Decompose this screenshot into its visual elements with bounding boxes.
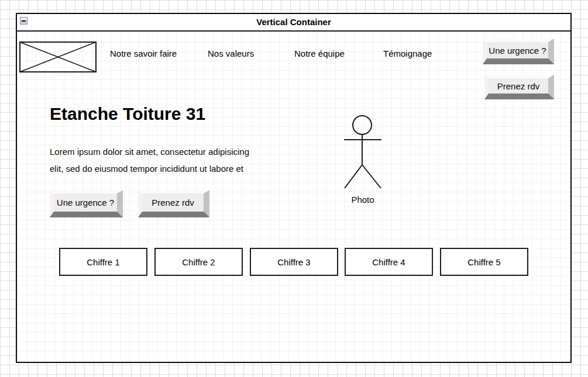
- rdv-button-hero[interactable]: Prenez rdv: [138, 190, 209, 217]
- nav-link-savoir-faire[interactable]: Notre savoir faire: [110, 49, 177, 59]
- hero-paragraph-line2: elit, sed do eiusmod tempor incididunt u…: [50, 164, 243, 174]
- chiffre-box-5: Chiffre 5: [440, 248, 528, 276]
- photo-label: Photo: [336, 195, 389, 205]
- chiffre-box-3: Chiffre 3: [250, 248, 338, 276]
- stick-figure-icon: [336, 114, 389, 193]
- photo-placeholder: [336, 114, 389, 193]
- chiffre-box-1: Chiffre 1: [59, 248, 147, 276]
- container-title: Vertical Container: [17, 14, 570, 30]
- hero-paragraph-line1: Lorem ipsum dolor sit amet, consectetur …: [50, 147, 249, 157]
- chiffre-box-4: Chiffre 4: [345, 248, 433, 276]
- urgence-button-top[interactable]: Une urgence ?: [483, 39, 554, 64]
- rdv-button-top[interactable]: Prenez rdv: [484, 75, 554, 99]
- container-titlebar: Vertical Container: [17, 14, 570, 32]
- image-placeholder-icon: [19, 41, 97, 72]
- nav-link-temoignage[interactable]: Témoignage: [383, 49, 432, 59]
- minimize-icon[interactable]: [20, 17, 27, 25]
- nav-link-valeurs[interactable]: Nos valeurs: [208, 49, 254, 59]
- nav-link-equipe[interactable]: Notre équipe: [294, 49, 345, 59]
- logo-image-placeholder[interactable]: [19, 41, 97, 72]
- minimize-dash: [22, 20, 26, 22]
- vertical-container-frame: Vertical Container Notre savoir faire No…: [16, 13, 572, 363]
- wireframe-canvas: Vertical Container Notre savoir faire No…: [0, 0, 588, 377]
- page-title: Etanche Toiture 31: [50, 104, 205, 124]
- urgence-button-hero[interactable]: Une urgence ?: [50, 190, 123, 217]
- chiffre-box-2: Chiffre 2: [154, 248, 243, 276]
